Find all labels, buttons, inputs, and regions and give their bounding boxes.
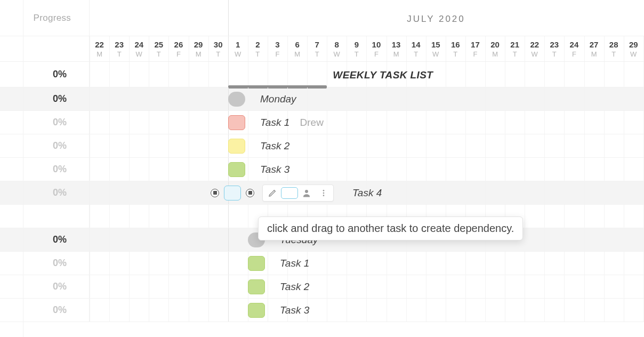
task-chip-yellow[interactable] <box>228 139 245 154</box>
progress-monday: 0% <box>0 87 90 110</box>
weekly-task-list-title: WEEKLY TASK LIST <box>333 69 433 81</box>
task-label: Task 1 <box>280 258 309 269</box>
lane-content: Task 3 <box>90 158 644 181</box>
progress-header-label: Progress <box>34 13 71 23</box>
task-chip-blue[interactable] <box>224 186 241 200</box>
lane-content: Task 1 Drew <box>90 111 644 134</box>
svg-point-0 <box>305 190 308 193</box>
month-label: JULY 2020 <box>90 14 644 25</box>
task-label: Task 4 <box>352 187 382 199</box>
task-label: Task 3 <box>260 164 289 175</box>
more-menu-button[interactable] <box>315 186 332 200</box>
date-col-24[interactable]: 24F <box>564 36 584 62</box>
date-col-1[interactable]: 1W <box>228 36 248 62</box>
lane-task-2: Task 2 <box>90 134 644 157</box>
progress-task-1: 0% <box>0 111 90 134</box>
row-task-1[interactable]: 0% Task 1 Drew <box>0 111 644 134</box>
month-separator <box>228 0 229 36</box>
task-assignee: Drew <box>300 117 324 128</box>
task-chip-green[interactable] <box>248 303 265 318</box>
row-monday[interactable]: 0% Monday <box>0 87 644 111</box>
date-col-9[interactable]: 9T <box>347 36 366 62</box>
lane-task-1: Task 1 Drew <box>90 111 644 134</box>
date-col-26[interactable]: 26F <box>168 36 188 62</box>
date-col-30[interactable]: 30T <box>208 36 228 62</box>
progress-header-spacer <box>0 36 90 61</box>
header-row-dates: 22M23T24W25T26F29M30T1W2T3F6M7T8W9T10F13… <box>0 36 644 62</box>
row-task-2[interactable]: 0% Task 2 <box>0 134 644 158</box>
lane-content: Task 2 <box>90 134 644 157</box>
date-col-25[interactable]: 25T <box>149 36 168 62</box>
task-label: Task 3 <box>280 304 309 316</box>
svg-point-3 <box>323 195 325 196</box>
dependency-handle-left[interactable] <box>211 189 219 197</box>
user-icon <box>302 188 311 198</box>
date-col-7[interactable]: 7T <box>307 36 327 62</box>
progress-spacer <box>0 205 90 228</box>
lane-task-3: Task 3 <box>90 158 644 181</box>
row-tue-task-1[interactable]: 0% Task 1 <box>0 252 644 275</box>
date-col-23[interactable]: 23T <box>109 36 129 62</box>
date-col-8[interactable]: 8W <box>327 36 347 62</box>
date-col-16[interactable]: 16T <box>446 36 465 62</box>
progress-tue-1: 0% <box>0 252 90 275</box>
date-header: 22M23T24W25T26F29M30T1W2T3F6M7T8W9T10F13… <box>90 36 644 61</box>
row-tue-task-2[interactable]: 0% Task 2 <box>0 275 644 299</box>
lane-content: Task 2 <box>90 275 644 298</box>
assign-button[interactable] <box>298 186 315 200</box>
date-col-22[interactable]: 22M <box>90 36 109 62</box>
date-col-2[interactable]: 2T <box>248 36 268 62</box>
date-col-3[interactable]: 3F <box>268 36 287 62</box>
lane: Task 3 <box>90 299 644 322</box>
date-col-14[interactable]: 14T <box>406 36 426 62</box>
date-col-28[interactable]: 28T <box>604 36 624 62</box>
edit-button[interactable] <box>264 186 281 200</box>
color-button[interactable] <box>281 186 298 200</box>
title-lane: WEEKLY TASK LIST <box>90 62 644 87</box>
progress-column-header: Progress <box>0 0 90 36</box>
date-col-13[interactable]: 13M <box>387 36 406 62</box>
header-row-month: Progress JULY 2020 <box>0 0 644 36</box>
progress-task-3: 0% <box>0 158 90 181</box>
date-col-17[interactable]: 17F <box>465 36 485 62</box>
task-chip-green[interactable] <box>248 279 265 294</box>
date-col-23[interactable]: 23T <box>544 36 564 62</box>
date-col-29[interactable]: 29W <box>624 36 643 62</box>
date-col-10[interactable]: 10F <box>366 36 386 62</box>
svg-point-2 <box>323 192 325 194</box>
row-task-4-selected[interactable]: 0% <box>0 181 644 205</box>
lane-content: WEEKLY TASK LIST <box>90 62 644 87</box>
date-col-22[interactable]: 22W <box>525 36 544 62</box>
svg-point-1 <box>323 190 325 191</box>
dependency-handle-right[interactable] <box>246 189 254 197</box>
row-task-3[interactable]: 0% Task 3 <box>0 158 644 181</box>
date-col-15[interactable]: 15W <box>426 36 446 62</box>
lane-monday: Monday <box>90 87 644 110</box>
group-chip-gray[interactable] <box>228 92 245 107</box>
left-border-stub <box>23 0 23 337</box>
task-chip-red[interactable] <box>228 115 245 130</box>
date-col-20[interactable]: 20M <box>485 36 505 62</box>
task-label: Task 2 <box>280 281 309 293</box>
date-col-24[interactable]: 24W <box>129 36 149 62</box>
progress-tuesday: 0% <box>0 228 90 251</box>
lane: Task 1 <box>90 252 644 275</box>
progress-task-2: 0% <box>0 134 90 157</box>
gantt-app: Progress JULY 2020 22M23T24W25T26F29M30T… <box>0 0 644 337</box>
progress-task-4: 0% <box>0 181 90 204</box>
date-col-29[interactable]: 29M <box>189 36 208 62</box>
date-col-27[interactable]: 27M <box>584 36 604 62</box>
lane-content: Task 3 <box>90 299 644 322</box>
row-tue-task-3[interactable]: 0% Task 3 <box>0 299 644 322</box>
task-chip-green[interactable] <box>248 256 265 271</box>
progress-tue-2: 0% <box>0 275 90 298</box>
group-label: Monday <box>260 93 296 105</box>
lane-content: Task 1 <box>90 252 644 275</box>
task-chip-green[interactable] <box>228 162 245 177</box>
date-col-6[interactable]: 6M <box>287 36 307 62</box>
lane-content: Monday <box>90 87 644 110</box>
task-toolbar <box>262 184 334 202</box>
date-col-21[interactable]: 21T <box>505 36 525 62</box>
row-title: 0% WEEKLY TASK LIST <box>0 62 644 87</box>
task-label: Task 1 Drew <box>260 117 324 129</box>
